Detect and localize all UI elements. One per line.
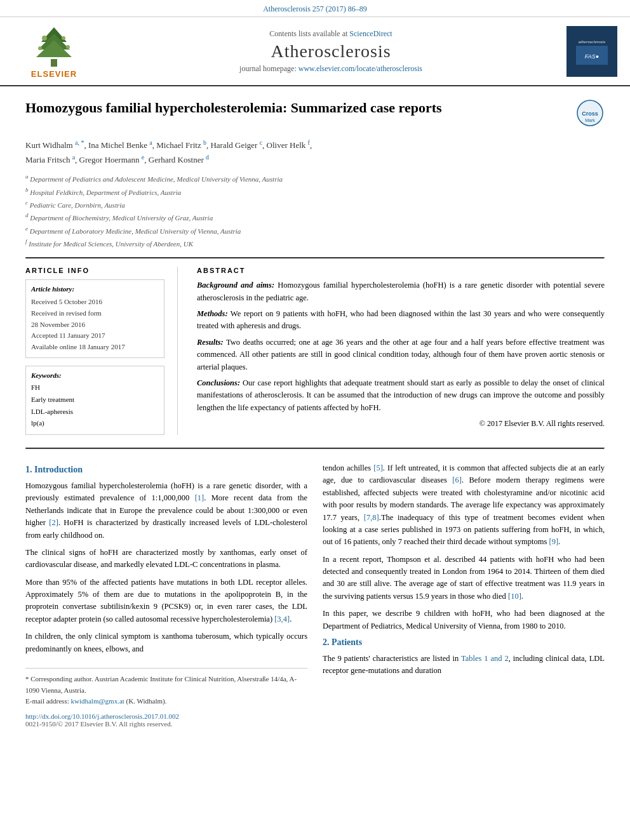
journal-banner: ELSEVIER Contents lists available at Sci… [0, 17, 630, 86]
journal-citation-bar: Atherosclerosis 257 (2017) 86–89 [0, 0, 630, 17]
sciencedirect-link[interactable]: ScienceDirect [349, 29, 392, 38]
keyword-1: FH [31, 382, 159, 394]
authors-list: Kurt Widhalm a, *, Ina Michel Benke a, M… [25, 138, 605, 167]
author-7: Gregor Hoermann e [79, 155, 145, 164]
publisher-name: ELSEVIER [31, 69, 77, 79]
journal-citation-link[interactable]: Atherosclerosis 257 (2017) 86–89 [263, 4, 367, 13]
abstract-background: Background and aims: Homozygous familial… [197, 279, 605, 304]
history-revised-date: 28 November 2016 [31, 319, 159, 331]
abstract-methods: Methods: We report on 9 patients with ho… [197, 308, 605, 333]
article-info-label: ARTICLE INFO [25, 267, 164, 274]
abstract-methods-text: We report on 9 patients with hoFH, who h… [197, 309, 605, 330]
column-left: 1. Introduction Homozygous familial hype… [25, 462, 307, 728]
svg-point-6 [38, 46, 42, 50]
history-revised-label: Received in revised form [31, 308, 159, 319]
intro-para-1: Homozygous familial hypercholesterolemia… [25, 480, 307, 542]
right-para-1: tendon achilles [5]. If left untreated, … [323, 462, 605, 549]
content-divider [25, 448, 605, 450]
article-info-panel: ARTICLE INFO Article history: Received 5… [25, 267, 178, 435]
keyword-2: Early treatment [31, 394, 159, 406]
svg-point-4 [42, 36, 47, 41]
svg-rect-0 [51, 59, 57, 67]
svg-text:FAS●: FAS● [585, 53, 599, 60]
journal-homepage-label: journal homepage: www.elsevier.com/locat… [108, 64, 554, 74]
elsevier-logo: ELSEVIER [13, 23, 95, 79]
journal-homepage-link[interactable]: www.elsevier.com/locate/atherosclerosis [298, 64, 422, 73]
author-1: Kurt Widhalm a, * [25, 140, 84, 150]
keyword-4: lp(a) [31, 417, 159, 429]
intro-para-2: The clinical signs of hoFH are character… [25, 547, 307, 571]
svg-text:Cross: Cross [582, 110, 598, 117]
crossmark-badge-icon[interactable]: Cross Mark [576, 99, 605, 128]
right-para-2: In a recent report, Thompson et al. desc… [323, 554, 605, 603]
ref-7-8[interactable]: [7,8] [364, 513, 379, 522]
affiliation-d: d Department of Biochemistry, Medical Un… [25, 211, 605, 223]
ref-3-4[interactable]: [3,4] [274, 615, 290, 623]
article-title: Homozygous familial hypercholesterolemia… [25, 99, 566, 117]
affiliation-a: a Department of Pediatrics and Adolescen… [25, 172, 605, 185]
ref-6[interactable]: [6] [452, 476, 462, 484]
tables-link[interactable]: Tables 1 and 2 [461, 654, 509, 663]
abstract-section: ABSTRACT Background and aims: Homozygous… [197, 267, 605, 435]
author-5: Oliver Helk f [267, 140, 310, 150]
abstract-results-text: Two deaths occurred; one at age 36 years… [197, 338, 605, 371]
keywords-title: Keywords: [31, 371, 159, 379]
author-2: Ina Michel Benke a [88, 140, 152, 150]
article-title-section: Homozygous familial hypercholesterolemia… [25, 99, 605, 130]
author-4: Harald Geiger c [210, 140, 262, 150]
contents-list-label: Contents lists available at ScienceDirec… [108, 29, 554, 39]
abstract-results: Results: Two deaths occurred; one at age… [197, 337, 605, 373]
issn-text: 0021-9150/© 2017 Elsevier B.V. All right… [25, 720, 307, 728]
header-divider [25, 257, 605, 259]
footnote-section: * Corresponding author. Austrian Academi… [25, 668, 307, 707]
footnote-corresponding: * Corresponding author. Austrian Academi… [25, 674, 307, 696]
abstract-content: Background and aims: Homozygous familial… [197, 279, 605, 429]
affiliation-c: c Pediatric Care, Dornbirn, Austria [25, 198, 605, 211]
article-history-box: Article history: Received 5 October 2016… [25, 279, 164, 358]
intro-heading: 1. Introduction [25, 465, 307, 475]
journal-title-section: Contents lists available at ScienceDirec… [108, 29, 554, 74]
doi-link[interactable]: http://dx.doi.org/10.1016/j.atherosclero… [25, 712, 307, 720]
author-6: Maria Fritsch a [25, 155, 75, 164]
intro-para-4: In children, the only clinical symptom i… [25, 630, 307, 655]
intro-para-3: More than 95% of the affected patients h… [25, 577, 307, 626]
journal-brand-box: atherosclerosis FAS● [566, 26, 617, 77]
patients-heading: 2. Patients [323, 637, 605, 648]
author-8: Gerhard Kostner d [149, 155, 209, 164]
abstract-label: ABSTRACT [197, 267, 605, 274]
history-accepted: Accepted 11 January 2017 [31, 330, 159, 342]
svg-text:Mark: Mark [585, 118, 595, 123]
keyword-3: LDL-apheresis [31, 406, 159, 418]
keywords-box: Keywords: FH Early treatment LDL-apheres… [25, 366, 164, 435]
svg-point-7 [66, 45, 70, 49]
ref-10[interactable]: [10] [508, 592, 521, 601]
copyright-notice: © 2017 Elsevier B.V. All rights reserved… [197, 418, 605, 430]
history-online: Available online 18 January 2017 [31, 342, 159, 353]
affiliation-b: b Hospital Feldkirch, Department of Pedi… [25, 185, 605, 198]
ref-1[interactable]: [1] [195, 493, 204, 502]
abstract-conclusions: Conclusions: Our case report highlights … [197, 377, 605, 414]
article-info-grid: ARTICLE INFO Article history: Received 5… [25, 267, 605, 435]
doi-section: http://dx.doi.org/10.1016/j.atherosclero… [25, 712, 307, 728]
affiliation-f: f Institute for Medical Sciences, Univer… [25, 237, 605, 250]
footnote-email: E-mail address: kwidhalm@gmx.at (K. Widh… [25, 696, 307, 707]
main-content: 1. Introduction Homozygous familial hype… [25, 462, 605, 728]
abstract-conclusions-text: Our case report highlights that adequate… [197, 378, 605, 412]
column-right: tendon achilles [5]. If left untreated, … [323, 462, 605, 728]
elsevier-tree-icon [29, 23, 79, 68]
ref-9[interactable]: [9] [549, 537, 559, 546]
journal-title: Atherosclerosis [108, 41, 554, 62]
ref-5[interactable]: [5] [373, 463, 383, 472]
affiliation-e: e Department of Laboratory Medicine, Med… [25, 224, 605, 237]
svg-point-5 [62, 36, 65, 40]
affiliations: a Department of Pediatrics and Adolescen… [25, 172, 605, 250]
journal-right-logo: atherosclerosis FAS● [554, 26, 617, 77]
ref-2[interactable]: [2] [49, 518, 58, 527]
history-received: Received 5 October 2016 [31, 297, 159, 308]
history-title: Article history: [31, 285, 159, 293]
article-body: Homozygous familial hypercholesterolemia… [0, 86, 630, 740]
right-para-3: In this paper, we describe 9 children wi… [323, 608, 605, 632]
patients-para: The 9 patients' characteristics are list… [323, 653, 605, 677]
author-3: Michael Fritz b [156, 140, 206, 150]
email-link[interactable]: kwidhalm@gmx.at [70, 697, 124, 705]
